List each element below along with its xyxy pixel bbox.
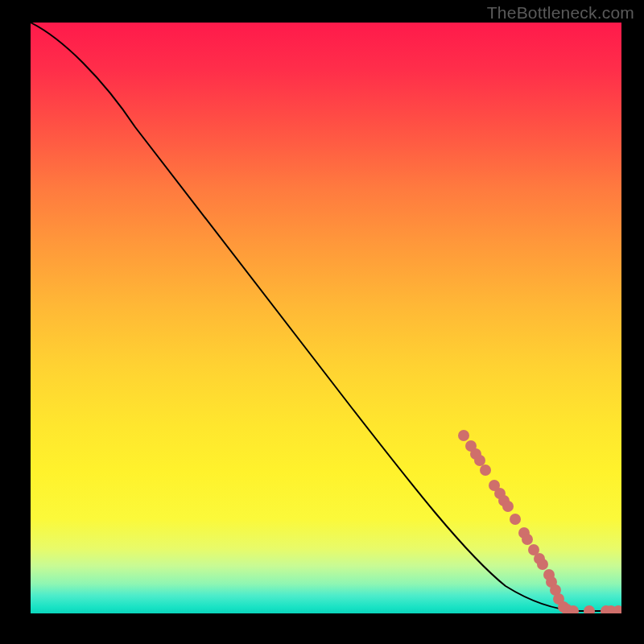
chart-svg (31, 23, 621, 613)
chart-marker (537, 559, 548, 570)
chart-marker (458, 430, 469, 441)
chart-marker (474, 455, 485, 466)
chart-markers-group (458, 430, 621, 613)
watermark-text: TheBottleneck.com (487, 3, 634, 23)
chart-marker (502, 501, 514, 512)
chart-marker (584, 605, 595, 613)
chart-curve (31, 23, 621, 611)
chart-plot-area (31, 23, 621, 613)
chart-marker (510, 514, 521, 525)
chart-marker (480, 464, 491, 476)
chart-marker (522, 534, 533, 545)
